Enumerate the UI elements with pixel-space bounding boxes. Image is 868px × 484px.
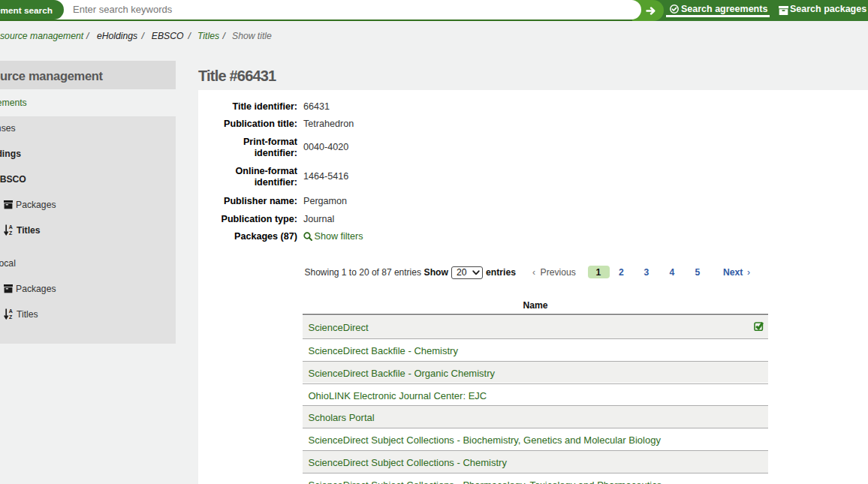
svg-text:Z: Z (9, 314, 13, 320)
svg-text:A: A (8, 224, 12, 230)
svg-text:A: A (8, 308, 12, 314)
svg-text:Z: Z (9, 230, 13, 236)
